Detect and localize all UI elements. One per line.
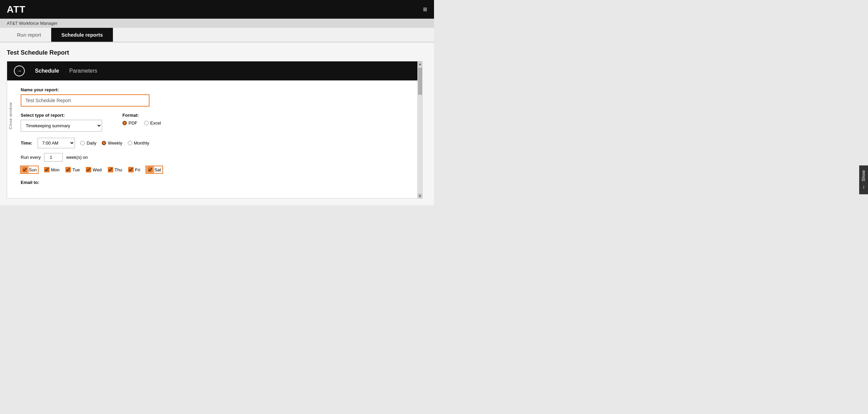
time-select[interactable]: 6:00 AM 6:30 AM 7:00 AM 7:30 AM 8:00 AM <box>38 138 75 148</box>
scroll-down-arrow[interactable]: ▼ <box>418 193 422 198</box>
day-thu-label: Thu <box>115 167 122 172</box>
tab-bar: Run report Schedule reports <box>0 28 434 42</box>
week-spinner[interactable] <box>44 153 63 162</box>
freq-daily-option[interactable]: Daily <box>80 140 96 146</box>
day-sun[interactable]: Sun <box>21 166 38 173</box>
day-sat-label: Sat <box>154 167 161 172</box>
day-wed[interactable]: Wed <box>86 167 102 172</box>
page-title: Test Schedule Report <box>7 49 427 56</box>
report-type-select[interactable]: Timekeeping summary Activity summary Tim… <box>21 120 102 132</box>
format-pdf-option[interactable]: PDF <box>122 120 137 126</box>
time-label: Time: <box>21 140 32 146</box>
day-sun-label: Sun <box>29 167 37 172</box>
tab-schedule-reports[interactable]: Schedule reports <box>51 28 113 42</box>
freq-monthly-option[interactable]: Monthly <box>128 140 150 146</box>
day-tue-checkbox[interactable] <box>65 167 71 172</box>
day-sat[interactable]: Sat <box>146 166 162 173</box>
email-group: Email to: <box>21 179 412 185</box>
run-every-row: Run every week(s) on <box>21 153 412 162</box>
format-pdf-radio[interactable] <box>122 121 127 125</box>
day-wed-checkbox[interactable] <box>86 167 91 172</box>
nav-arrow[interactable]: → <box>14 65 25 76</box>
close-window-label[interactable]: Close window <box>7 82 14 150</box>
format-label: Format: <box>122 113 161 118</box>
breadcrumb: AT&T Workforce Manager <box>0 19 434 28</box>
main-panel: Close window → Schedule Parameters Name … <box>7 61 422 199</box>
email-label: Email to: <box>21 180 39 185</box>
tab-run-report[interactable]: Run report <box>7 28 51 42</box>
day-mon[interactable]: Mon <box>44 167 59 172</box>
scroll-track: ▲ ▼ <box>417 61 422 198</box>
format-group: Format: PDF Excel <box>122 113 161 126</box>
day-fri-label: Fri <box>135 167 140 172</box>
app-logo: ATT <box>7 4 25 15</box>
day-thu-checkbox[interactable] <box>108 167 113 172</box>
type-format-row: Select type of report: Timekeeping summa… <box>21 113 412 132</box>
menu-icon[interactable]: ≡ <box>423 5 427 14</box>
day-sat-checkbox[interactable] <box>147 167 153 172</box>
report-name-label: Name your report: <box>21 87 412 92</box>
panel-header: → Schedule Parameters <box>7 61 422 80</box>
week-on-label: week(s) on <box>66 155 88 160</box>
day-wed-label: Wed <box>93 167 102 172</box>
format-excel-option[interactable]: Excel <box>144 120 161 126</box>
panel-body: Name your report: Select type of report:… <box>7 80 422 198</box>
day-sun-checkbox[interactable] <box>22 167 27 172</box>
report-name-input[interactable] <box>21 94 150 107</box>
freq-daily-radio[interactable] <box>80 141 85 145</box>
day-tue[interactable]: Tue <box>65 167 80 172</box>
format-excel-radio[interactable] <box>144 121 149 125</box>
format-options: PDF Excel <box>122 120 161 126</box>
freq-monthly-label: Monthly <box>134 140 150 146</box>
scroll-thumb[interactable] <box>418 68 422 95</box>
day-mon-checkbox[interactable] <box>44 167 50 172</box>
report-name-group: Name your report: <box>21 87 412 107</box>
format-excel-label: Excel <box>150 120 161 126</box>
day-fri[interactable]: Fri <box>128 167 140 172</box>
day-mon-label: Mon <box>51 167 59 172</box>
page-content: Test Schedule Report Close window → Sche… <box>0 42 434 205</box>
freq-monthly-radio[interactable] <box>128 141 132 145</box>
report-type-label: Select type of report: <box>21 113 102 118</box>
days-row: Sun Mon Tue Wed Thu <box>21 166 412 173</box>
freq-weekly-label: Weekly <box>108 140 122 146</box>
time-frequency-row: Time: 6:00 AM 6:30 AM 7:00 AM 7:30 AM 8:… <box>21 138 412 148</box>
run-every-label: Run every <box>21 155 41 160</box>
day-thu[interactable]: Thu <box>108 167 122 172</box>
day-tue-label: Tue <box>72 167 80 172</box>
day-fri-checkbox[interactable] <box>128 167 134 172</box>
panel-tab-parameters[interactable]: Parameters <box>69 68 97 74</box>
panel-tab-schedule[interactable]: Schedule <box>35 68 59 74</box>
freq-weekly-radio[interactable] <box>102 141 106 145</box>
top-header: ATT ≡ <box>0 0 434 19</box>
format-pdf-label: PDF <box>129 120 137 126</box>
freq-weekly-option[interactable]: Weekly <box>102 140 122 146</box>
scroll-up-arrow[interactable]: ▲ <box>418 61 422 66</box>
report-type-group: Select type of report: Timekeeping summa… <box>21 113 102 132</box>
freq-daily-label: Daily <box>86 140 96 146</box>
